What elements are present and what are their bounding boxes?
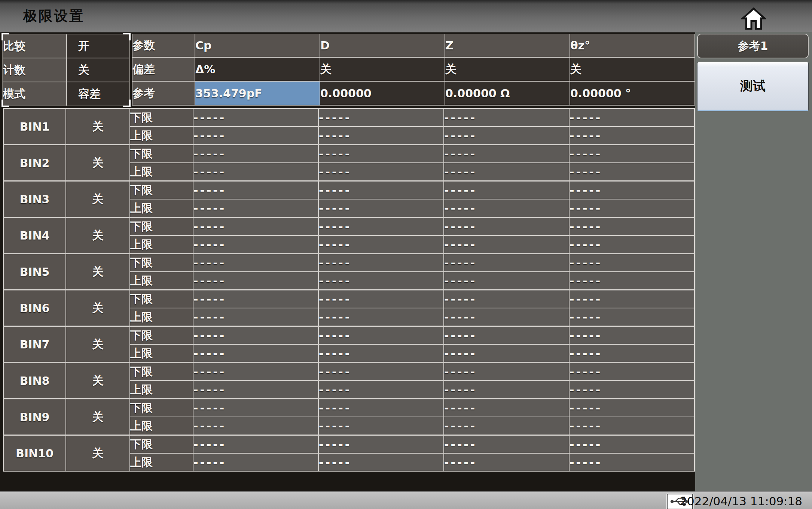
lower-limit-value[interactable]: ----- bbox=[193, 217, 318, 236]
lower-limit-value[interactable]: ----- bbox=[318, 435, 444, 454]
lower-limit-value[interactable]: ----- bbox=[444, 181, 569, 199]
lower-limit-value[interactable]: ----- bbox=[569, 435, 695, 454]
upper-limit-value[interactable]: ----- bbox=[318, 453, 444, 471]
param-cell-cp[interactable]: Cp bbox=[195, 34, 320, 57]
upper-limit-value[interactable]: ----- bbox=[569, 163, 695, 181]
lower-limit-value[interactable]: ----- bbox=[444, 145, 569, 163]
lower-limit-value[interactable]: ----- bbox=[318, 363, 444, 381]
upper-limit-value[interactable]: ----- bbox=[569, 199, 695, 217]
bin-state[interactable]: 关 bbox=[66, 109, 130, 145]
compare-value[interactable]: 开 bbox=[67, 34, 129, 58]
lower-limit-value[interactable]: ----- bbox=[193, 363, 318, 381]
lower-limit-value[interactable]: ----- bbox=[193, 435, 318, 454]
bin-state[interactable]: 关 bbox=[66, 145, 130, 181]
upper-limit-value[interactable]: ----- bbox=[569, 417, 695, 435]
upper-limit-value[interactable]: ----- bbox=[318, 272, 444, 290]
upper-limit-value[interactable]: ----- bbox=[193, 417, 318, 435]
upper-limit-value[interactable]: ----- bbox=[569, 127, 695, 145]
upper-limit-value[interactable]: ----- bbox=[318, 417, 444, 435]
upper-limit-value[interactable]: ----- bbox=[444, 308, 569, 326]
upper-limit-value[interactable]: ----- bbox=[193, 344, 318, 363]
lower-limit-value[interactable]: ----- bbox=[318, 290, 444, 308]
lower-limit-value[interactable]: ----- bbox=[193, 109, 318, 127]
lower-limit-value[interactable]: ----- bbox=[569, 363, 695, 381]
param-cell-d[interactable]: D bbox=[320, 34, 445, 57]
lower-limit-value[interactable]: ----- bbox=[193, 326, 318, 345]
deviation-cell-theta[interactable]: 关 bbox=[570, 57, 695, 81]
upper-limit-value[interactable]: ----- bbox=[569, 344, 695, 363]
bin-state[interactable]: 关 bbox=[66, 254, 130, 290]
lower-limit-value[interactable]: ----- bbox=[318, 217, 444, 236]
upper-limit-value[interactable]: ----- bbox=[318, 344, 444, 363]
reference-cell-z[interactable]: 0.00000 Ω bbox=[445, 81, 570, 105]
lower-limit-value[interactable]: ----- bbox=[318, 109, 444, 127]
upper-limit-value[interactable]: ----- bbox=[569, 381, 695, 399]
upper-limit-value[interactable]: ----- bbox=[193, 199, 318, 217]
lower-limit-value[interactable]: ----- bbox=[444, 290, 569, 308]
bin-state[interactable]: 关 bbox=[66, 435, 130, 472]
upper-limit-value[interactable]: ----- bbox=[193, 127, 318, 145]
lower-limit-value[interactable]: ----- bbox=[569, 181, 695, 199]
lower-limit-value[interactable]: ----- bbox=[569, 399, 695, 417]
reference-cell-theta[interactable]: 0.00000 ° bbox=[570, 81, 695, 105]
bin-state[interactable]: 关 bbox=[66, 290, 130, 326]
deviation-cell-z[interactable]: 关 bbox=[445, 57, 570, 81]
param-cell-theta[interactable]: θz° bbox=[570, 34, 695, 57]
test-button[interactable]: 测试 bbox=[697, 62, 809, 111]
upper-limit-value[interactable]: ----- bbox=[318, 199, 444, 217]
bin-state[interactable]: 关 bbox=[66, 181, 130, 217]
upper-limit-value[interactable]: ----- bbox=[318, 381, 444, 399]
lower-limit-value[interactable]: ----- bbox=[318, 399, 444, 417]
lower-limit-value[interactable]: ----- bbox=[193, 254, 318, 272]
upper-limit-value[interactable]: ----- bbox=[444, 381, 569, 399]
upper-limit-value[interactable]: ----- bbox=[444, 453, 569, 471]
home-button[interactable] bbox=[739, 6, 768, 31]
lower-limit-value[interactable]: ----- bbox=[318, 181, 444, 199]
upper-limit-value[interactable]: ----- bbox=[569, 308, 695, 326]
upper-limit-value[interactable]: ----- bbox=[193, 308, 318, 326]
lower-limit-value[interactable]: ----- bbox=[318, 254, 444, 272]
upper-limit-value[interactable]: ----- bbox=[318, 127, 444, 145]
lower-limit-value[interactable]: ----- bbox=[193, 181, 318, 199]
upper-limit-value[interactable]: ----- bbox=[444, 163, 569, 181]
lower-limit-value[interactable]: ----- bbox=[444, 435, 569, 454]
reference-page-button[interactable]: 参考1 bbox=[697, 34, 809, 58]
upper-limit-value[interactable]: ----- bbox=[569, 453, 695, 471]
upper-limit-value[interactable]: ----- bbox=[569, 272, 695, 290]
upper-limit-value[interactable]: ----- bbox=[193, 163, 318, 181]
bin-state[interactable]: 关 bbox=[66, 326, 130, 363]
lower-limit-value[interactable]: ----- bbox=[569, 326, 695, 345]
upper-limit-value[interactable]: ----- bbox=[318, 235, 444, 254]
lower-limit-value[interactable]: ----- bbox=[193, 145, 318, 163]
deviation-cell-d[interactable]: 关 bbox=[320, 57, 445, 81]
lower-limit-value[interactable]: ----- bbox=[569, 290, 695, 308]
lower-limit-value[interactable]: ----- bbox=[569, 145, 695, 163]
upper-limit-value[interactable]: ----- bbox=[444, 272, 569, 290]
upper-limit-value[interactable]: ----- bbox=[193, 453, 318, 471]
bin-state[interactable]: 关 bbox=[66, 217, 130, 254]
upper-limit-value[interactable]: ----- bbox=[569, 235, 695, 254]
upper-limit-value[interactable]: ----- bbox=[193, 381, 318, 399]
lower-limit-value[interactable]: ----- bbox=[444, 109, 569, 127]
lower-limit-value[interactable]: ----- bbox=[444, 326, 569, 345]
upper-limit-value[interactable]: ----- bbox=[444, 235, 569, 254]
upper-limit-value[interactable]: ----- bbox=[193, 235, 318, 254]
lower-limit-value[interactable]: ----- bbox=[318, 145, 444, 163]
lower-limit-value[interactable]: ----- bbox=[444, 363, 569, 381]
count-value[interactable]: 关 bbox=[67, 58, 129, 82]
bin-state[interactable]: 关 bbox=[66, 363, 130, 399]
lower-limit-value[interactable]: ----- bbox=[569, 109, 695, 127]
bin-state[interactable]: 关 bbox=[66, 399, 130, 435]
deviation-cell-cp[interactable]: Δ% bbox=[195, 57, 320, 81]
lower-limit-value[interactable]: ----- bbox=[193, 399, 318, 417]
upper-limit-value[interactable]: ----- bbox=[444, 417, 569, 435]
lower-limit-value[interactable]: ----- bbox=[569, 217, 695, 236]
lower-limit-value[interactable]: ----- bbox=[318, 326, 444, 345]
upper-limit-value[interactable]: ----- bbox=[444, 199, 569, 217]
upper-limit-value[interactable]: ----- bbox=[444, 344, 569, 363]
lower-limit-value[interactable]: ----- bbox=[193, 290, 318, 308]
lower-limit-value[interactable]: ----- bbox=[444, 217, 569, 236]
reference-cell-d[interactable]: 0.00000 bbox=[320, 81, 445, 105]
lower-limit-value[interactable]: ----- bbox=[444, 254, 569, 272]
upper-limit-value[interactable]: ----- bbox=[444, 127, 569, 145]
